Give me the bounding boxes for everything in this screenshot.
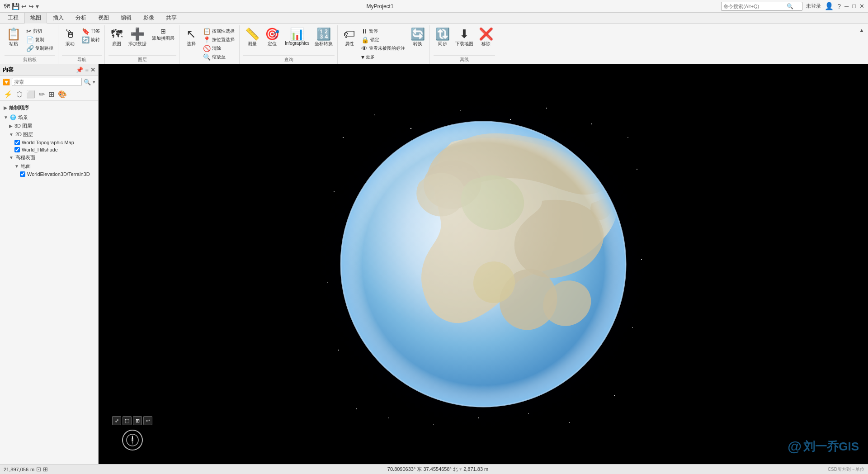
draw-order-label: 绘制顺序 xyxy=(9,104,29,111)
select-by-location-button[interactable]: 📍按位置选择 xyxy=(201,36,236,44)
close-button[interactable]: ✕ xyxy=(859,3,864,9)
clear-selection-button[interactable]: 🚫清除 xyxy=(201,44,236,52)
tree-item-2d-layers[interactable]: ▼ 2D 图层 xyxy=(0,130,98,139)
tab-insert[interactable]: 插入 xyxy=(47,12,70,23)
ribbon-group-clipboard: 📋 粘贴 ✂剪切 📄复制 🔗复制路径 剪贴板 xyxy=(2,25,58,64)
tab-share[interactable]: 共享 xyxy=(160,12,183,23)
search-icon: 🔍 xyxy=(787,3,793,9)
window-controls: ─ □ ✕ xyxy=(844,3,864,9)
rect-tool-icon[interactable]: ⬜ xyxy=(26,90,35,99)
svg-point-5 xyxy=(460,110,461,110)
command-search[interactable]: 🔍 xyxy=(721,2,802,11)
svg-point-25 xyxy=(341,122,626,407)
svg-point-21 xyxy=(433,424,434,425)
ribbon-collapse-button[interactable]: ▲ xyxy=(857,25,866,64)
zoom-to-button[interactable]: 🔍缩放至 xyxy=(201,53,236,61)
scroll-button[interactable]: 🖱 滚动 xyxy=(62,27,78,48)
cut-button[interactable]: ✂剪切 xyxy=(24,27,55,35)
select-by-attribute-button[interactable]: 📋按属性选择 xyxy=(201,27,236,35)
label-properties-button[interactable]: 🏷 属性 xyxy=(341,27,358,48)
undo-icon[interactable]: ↩ xyxy=(21,3,27,10)
longitude-value: 70.8090633° 东 xyxy=(387,466,422,472)
bookmark-button[interactable]: 🔖书签 xyxy=(80,27,102,35)
tab-project[interactable]: 工程 xyxy=(2,12,24,23)
save-icon[interactable]: 💾 xyxy=(12,3,19,10)
pause-button[interactable]: ⏸暂停 xyxy=(359,27,407,35)
watermark-at: @ xyxy=(788,438,802,455)
tab-edit[interactable]: 编辑 xyxy=(115,12,137,23)
download-map-button[interactable]: ⬇ 下载地图 xyxy=(453,27,475,48)
nav-expand-button[interactable]: ⤢ xyxy=(112,416,121,425)
svg-point-11 xyxy=(637,169,637,170)
svg-point-12 xyxy=(327,282,328,283)
sidebar-search: 🔽 🔍 ▾ xyxy=(0,76,98,88)
remove-button[interactable]: ❌ 移除 xyxy=(477,27,495,48)
nav-previous-button[interactable]: ↩ xyxy=(143,416,152,425)
tree-item-world-elevation[interactable]: WorldElevation3D/Terrain3D xyxy=(0,171,98,178)
user-avatar-icon[interactable]: 👤 xyxy=(825,2,834,10)
maximize-button[interactable]: □ xyxy=(852,3,856,9)
tab-view[interactable]: 视图 xyxy=(92,12,115,23)
tree-item-elevation[interactable]: ▼ 高程表面 xyxy=(0,153,98,162)
locate-button[interactable]: 🎯 定位 xyxy=(263,27,281,48)
world-elevation-label: WorldElevation3D/Terrain3D xyxy=(27,171,90,177)
draw-order-header[interactable]: ▶ 绘制顺序 xyxy=(0,104,98,112)
convert-label-button[interactable]: 🔄 转换 xyxy=(409,27,427,48)
pencil-tool-icon[interactable]: ✏ xyxy=(39,90,45,99)
world-elevation-checkbox[interactable] xyxy=(20,171,25,177)
compass[interactable]: N xyxy=(122,430,143,450)
rotate-button[interactable]: 🔄旋转 xyxy=(80,36,102,44)
nav-fit-button[interactable]: ⬚ xyxy=(123,416,132,425)
user-status[interactable]: 未登录 xyxy=(806,3,821,9)
lock-button[interactable]: 🔒锁定 xyxy=(359,36,407,44)
customize-icon[interactable]: ▾ xyxy=(36,3,39,10)
svg-point-16 xyxy=(356,408,357,409)
add-tiles-button[interactable]: ⊞ 添加拼图层 xyxy=(150,27,176,43)
basemap-button[interactable]: 🗺 底图 xyxy=(108,27,125,48)
polygon-tool-icon[interactable]: ⬡ xyxy=(16,90,23,99)
tree-item-3d-layers[interactable]: ▶ 3D 图层 xyxy=(0,122,98,130)
tree-item-ground[interactable]: ▼ 地面 xyxy=(0,162,98,171)
paste-button[interactable]: 📋 粘贴 xyxy=(5,27,23,48)
world-hillshade-checkbox[interactable] xyxy=(14,147,20,152)
status-icon-2[interactable]: ⊞ xyxy=(43,466,48,473)
help-icon[interactable]: ? xyxy=(837,3,841,10)
ribbon-group-query: 📏 测量 🎯 定位 📊 Infographics 🔢 坐标转换 查询 xyxy=(241,25,338,64)
nav-full-extent-button[interactable]: ⊞ xyxy=(133,416,142,425)
more-label-button[interactable]: ▾更多 xyxy=(359,53,407,61)
copy-button[interactable]: 📄复制 xyxy=(24,36,55,44)
sidebar-search-icon[interactable]: 🔍 xyxy=(84,79,91,85)
watermark: @ 刘一乔GIS xyxy=(788,438,859,455)
sidebar-search-dropdown-icon[interactable]: ▾ xyxy=(93,79,95,85)
sidebar-pin-icon[interactable]: 📌 xyxy=(76,66,83,73)
sidebar-close-icon[interactable]: ✕ xyxy=(90,66,95,73)
status-icon-1[interactable]: ⊡ xyxy=(36,466,41,473)
add-data-button[interactable]: ➕ 添加数据 xyxy=(127,27,148,48)
filter-tool-icon[interactable]: ⚡ xyxy=(4,90,13,99)
world-topo-checkbox[interactable] xyxy=(14,140,20,145)
elevation-chevron-icon: ▼ xyxy=(9,155,14,160)
grid-tool-icon[interactable]: ⊞ xyxy=(48,90,54,99)
redo-icon[interactable]: ↪ xyxy=(28,3,34,10)
tree-item-world-topo[interactable]: World Topographic Map xyxy=(0,139,98,146)
measure-button[interactable]: 📏 测量 xyxy=(243,27,261,48)
draw-order-section: ▶ 绘制顺序 xyxy=(0,103,98,113)
copy-path-button[interactable]: 🔗复制路径 xyxy=(24,44,55,52)
paint-tool-icon[interactable]: 🎨 xyxy=(58,90,67,99)
select-button[interactable]: ↖ 选择 xyxy=(183,27,199,48)
infographics-button[interactable]: 📊 Infographics xyxy=(283,27,311,47)
tab-map[interactable]: 地图 xyxy=(24,12,47,24)
view-unplaced-button[interactable]: 👁查看未被图的标注 xyxy=(359,44,407,52)
tab-imagery[interactable]: 影像 xyxy=(137,12,160,23)
tab-analysis[interactable]: 分析 xyxy=(70,12,92,23)
sync-button[interactable]: 🔃 同步 xyxy=(434,27,452,48)
svg-point-8 xyxy=(591,123,592,124)
sidebar-search-input[interactable] xyxy=(12,78,82,86)
coordinate-convert-button[interactable]: 🔢 坐标转换 xyxy=(313,27,335,48)
title-bar: 🗺 💾 ↩ ↪ ▾ MyProject1 🔍 未登录 👤 ? ─ □ ✕ xyxy=(0,0,868,13)
tree-item-scene[interactable]: ▼ 🌐 场景 xyxy=(0,113,98,122)
minimize-button[interactable]: ─ xyxy=(844,3,849,9)
sidebar-menu-icon[interactable]: ≡ xyxy=(85,66,89,73)
command-search-input[interactable] xyxy=(723,4,787,9)
tree-item-world-hillshade[interactable]: World_Hillshade xyxy=(0,146,98,153)
